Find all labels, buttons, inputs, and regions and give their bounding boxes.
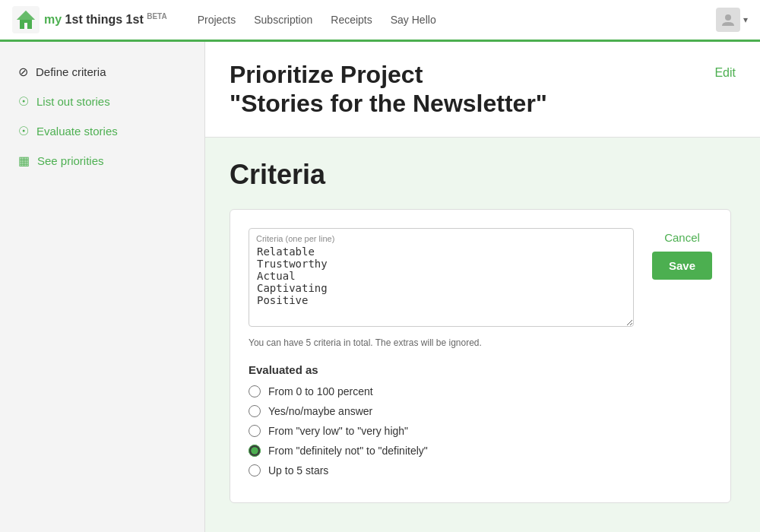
nav-projects[interactable]: Projects [198,14,236,26]
sidebar-label-see-priorities: See priorities [37,154,104,167]
sidebar-item-evaluate-stories[interactable]: ☉ Evaluate stories [0,116,204,146]
logo[interactable]: my 1st things 1st BETA [12,6,167,33]
top-navigation: my 1st things 1st BETA Projects Subscrip… [0,0,760,42]
main-content: Prioritize Project "Stories for the News… [205,42,760,532]
radio-definitely[interactable] [249,445,261,457]
svg-point-3 [725,14,731,21]
radio-option-stars[interactable]: Up to 5 stars [249,464,712,477]
cancel-button[interactable]: Cancel [664,231,700,244]
see-priorities-icon: ▦ [18,154,30,168]
sidebar-label-evaluate-stories: Evaluate stories [36,125,118,138]
criteria-card: Criteria (one per line) Cancel Save You … [230,209,731,503]
radio-stars[interactable] [249,464,261,477]
sidebar-item-define-criteria[interactable]: ⊘ Define criteria [0,57,204,87]
sidebar-label-list-stories: List out stories [36,95,110,108]
radio-very-low-high[interactable] [249,425,261,437]
sidebar-label-define-criteria: Define criteria [36,65,106,78]
evaluated-as-section: Evaluated as From 0 to 100 percent Yes/n… [249,363,712,477]
form-buttons: Cancel Save [652,228,712,280]
criteria-textarea-label: Criteria (one per line) [256,234,334,243]
sidebar-item-list-stories[interactable]: ☉ List out stories [0,87,204,116]
list-stories-icon: ☉ [18,94,29,109]
nav-receipts[interactable]: Receipts [331,14,372,26]
edit-link[interactable]: Edit [714,66,736,80]
criteria-form-row: Criteria (one per line) Cancel Save [249,228,712,330]
sidebar: ⊘ Define criteria ☉ List out stories ☉ E… [0,42,205,532]
nav-say-hello[interactable]: Say Hello [391,14,436,26]
sidebar-item-see-priorities[interactable]: ▦ See priorities [0,146,204,176]
radio-option-definitely[interactable]: From "definitely not" to "definitely" [249,445,712,457]
radio-label-yes-no: Yes/no/maybe answer [268,405,372,417]
page-title: Prioritize Project "Stories for the News… [230,60,547,119]
criteria-textarea-wrap: Criteria (one per line) [249,228,634,330]
nav-subscription[interactable]: Subscription [254,14,312,26]
user-icon [720,12,736,27]
beta-badge: BETA [147,12,166,21]
criteria-heading: Criteria [230,159,736,191]
content-area: Criteria Criteria (one per line) Cancel … [205,138,760,532]
radio-option-very-low-high[interactable]: From "very low" to "very high" [249,425,712,437]
evaluate-stories-icon: ☉ [18,124,29,138]
radio-option-yes-no[interactable]: Yes/no/maybe answer [249,405,712,417]
user-avatar [716,8,740,32]
logo-text: my 1st things 1st BETA [44,12,167,27]
radio-label-0-to-100: From 0 to 100 percent [268,385,373,397]
radio-label-stars: Up to 5 stars [268,464,328,477]
radio-0-to-100[interactable] [249,385,261,397]
criteria-hint: You can have 5 criteria in total. The ex… [249,337,712,348]
save-button[interactable]: Save [652,252,712,280]
radio-label-definitely: From "definitely not" to "definitely" [268,445,428,457]
radio-option-0-to-100[interactable]: From 0 to 100 percent [249,385,712,397]
user-menu[interactable]: ▾ [716,8,748,32]
radio-label-very-low-high: From "very low" to "very high" [268,425,408,437]
radio-yes-no[interactable] [249,405,261,417]
define-criteria-icon: ⊘ [18,65,28,79]
chevron-down-icon: ▾ [743,14,748,25]
logo-icon [12,6,40,33]
page-header: Prioritize Project "Stories for the News… [205,42,760,138]
evaluated-as-label: Evaluated as [249,363,712,376]
